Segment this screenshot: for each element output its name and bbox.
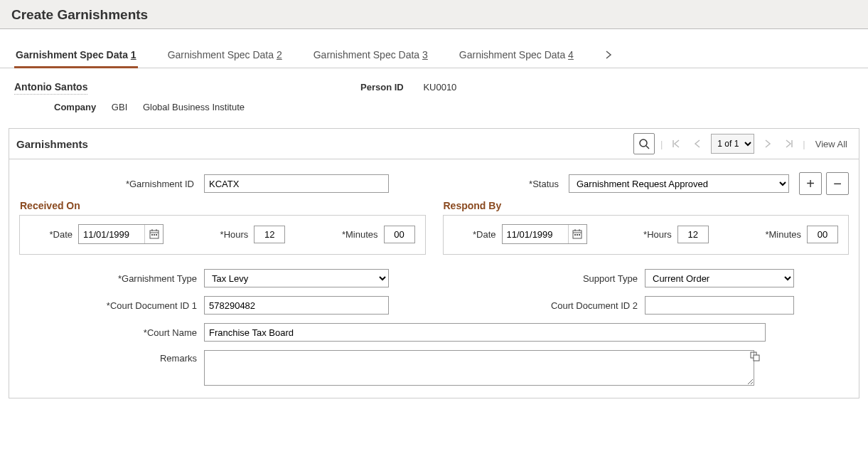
prev-row-button[interactable] [690,136,705,152]
section-header: Garnishments | 1 of 1 [9,129,859,159]
page-header: Create Garnishments [0,0,868,29]
svg-rect-9 [154,234,155,236]
first-row-button[interactable] [668,136,684,152]
court-doc1-input[interactable] [204,296,389,315]
person-info: Antonio Santos Person ID KU0010 Company … [0,68,868,118]
date-groups: Received On Date Hours Minutes [19,215,849,255]
last-icon [784,139,794,149]
respond-date-input[interactable] [503,226,568,243]
divider: | [803,139,805,149]
court-doc2-label: Court Document ID 2 [417,300,645,311]
svg-line-1 [646,146,649,149]
details-grid: Garnishment Type Tax Levy Support Type C… [19,269,849,388]
received-hours-input[interactable] [254,226,285,243]
support-type-select[interactable]: Current Order [645,269,794,287]
respond-hours-input[interactable] [677,226,709,243]
next-row-button[interactable] [760,136,776,152]
calendar-icon [149,228,160,240]
company-label: Company [54,102,96,112]
company-name: Global Business Institute [143,102,245,112]
search-icon [638,138,650,149]
tab-label-prefix: Garnishment Spec Data [459,49,568,60]
status-label: Status [529,179,559,189]
expand-icon [750,352,760,361]
received-on-label: Received On [20,200,80,211]
tab-garnishment-spec-2[interactable]: Garnishment Spec Data 2 [166,43,284,68]
view-all-link[interactable]: View All [811,139,852,149]
court-doc2-input[interactable] [645,296,794,315]
remarks-label: Remarks [19,350,204,364]
content: Garnishment Spec Data 1 Garnishment Spec… [0,29,868,398]
person-id-block: Person ID KU0010 [360,82,456,93]
section-controls: | 1 of 1 | View All [633,133,852,154]
court-doc1-label: Court Document ID 1 [19,300,204,311]
tab-label-num: 1 [131,49,136,60]
plus-icon: + [806,176,815,192]
respond-hours-label: Hours [643,229,672,240]
received-on-group: Received On Date Hours Minutes [19,215,426,255]
delete-row-button[interactable]: − [826,172,849,195]
remarks-wrap [204,350,759,388]
section-body: Garnishment ID Status Garnishment Reques… [9,159,859,398]
status-select[interactable]: Garnishment Request Approved [569,174,789,193]
garnishment-id-input[interactable] [204,174,389,193]
tab-label-num: 4 [568,49,574,60]
svg-rect-19 [754,355,759,361]
last-row-button[interactable] [781,136,797,152]
row-pager-select[interactable]: 1 of 1 [711,134,754,154]
expand-remarks-button[interactable] [750,352,760,361]
svg-rect-17 [579,234,580,236]
svg-point-0 [640,139,647,147]
svg-rect-15 [574,234,576,236]
received-minutes-label: Minutes [342,229,378,240]
respond-minutes-label: Minutes [765,229,801,240]
respond-minutes-input[interactable] [807,226,838,243]
page-title: Create Garnishments [11,7,857,23]
row-add-remove: + − [799,172,849,195]
tab-bar: Garnishment Spec Data 1 Garnishment Spec… [0,29,868,68]
received-date-picker-button[interactable] [144,225,163,243]
remarks-textarea[interactable] [204,350,754,386]
respond-date-field [502,224,587,244]
divider: | [660,139,663,149]
received-hours-label: Hours [220,229,249,240]
svg-rect-16 [577,234,578,236]
add-row-button[interactable]: + [799,172,822,195]
tab-garnishment-spec-4[interactable]: Garnishment Spec Data 4 [458,43,575,68]
court-name-input[interactable] [204,323,766,342]
received-date-label: Date [30,229,73,240]
calendar-icon [572,228,583,240]
minus-icon: − [833,176,842,192]
company-line: Company GBI Global Business Institute [14,102,854,112]
tabs-more-icon[interactable] [604,44,614,67]
received-minutes-input[interactable] [384,226,415,243]
tab-garnishment-spec-1[interactable]: Garnishment Spec Data 1 [14,43,138,68]
svg-rect-10 [156,234,157,236]
garnishment-type-select[interactable]: Tax Levy [204,269,389,287]
person-name: Antonio Santos [14,81,87,95]
person-id-value: KU0010 [423,82,456,93]
tab-label-prefix: Garnishment Spec Data [314,49,422,60]
tab-label-num: 3 [422,49,428,60]
garnishments-section: Garnishments | 1 of 1 [9,128,859,398]
garnishment-id-label: Garnishment ID [19,179,194,189]
section-title: Garnishments [16,138,88,150]
tab-label-prefix: Garnishment Spec Data [16,49,131,60]
garnishment-type-label: Garnishment Type [19,273,204,284]
respond-by-label: Respond By [444,200,502,211]
chevron-right-icon [763,139,772,149]
respond-date-label: Date [454,229,496,240]
svg-rect-8 [151,234,153,236]
court-name-label: Court Name [19,327,204,338]
tab-garnishment-spec-3[interactable]: Garnishment Spec Data 3 [312,43,429,68]
respond-by-group: Respond By Date Hours Minutes [443,215,850,255]
received-date-field [78,224,164,244]
person-id-label: Person ID [360,82,404,93]
respond-date-picker-button[interactable] [568,225,586,243]
find-button[interactable] [633,133,655,154]
chevron-left-icon [693,139,702,149]
received-date-input[interactable] [79,226,144,243]
company-code: GBI [112,102,127,112]
tab-label-num: 2 [277,49,282,60]
support-type-label: Support Type [417,273,645,284]
